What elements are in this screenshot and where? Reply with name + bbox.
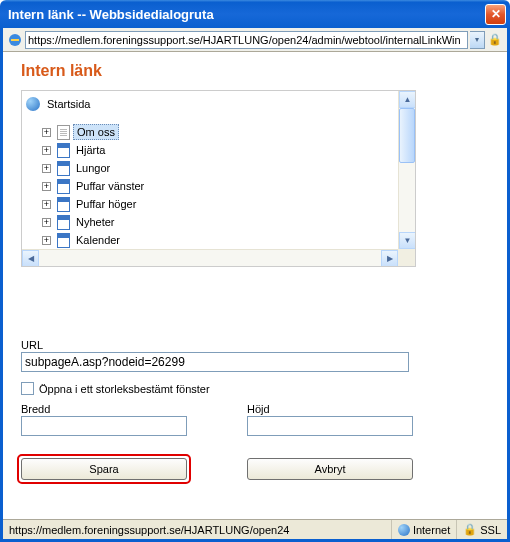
width-label: Bredd xyxy=(21,403,187,415)
lock-icon: 🔒 xyxy=(487,32,503,48)
tree-item-label: Kalender xyxy=(73,233,123,247)
page-blue-icon xyxy=(55,178,71,194)
tree-item[interactable]: +Hjärta xyxy=(42,141,398,159)
width-input[interactable] xyxy=(21,416,187,436)
ie-icon xyxy=(7,32,23,48)
globe-icon xyxy=(398,524,410,536)
page-icon xyxy=(55,124,71,140)
titlebar: Intern länk -- Webbsidedialogruta ✕ xyxy=(0,0,510,28)
form-area: URL Öppna i ett storleksbestämt fönster … xyxy=(21,339,489,480)
arrow-right-icon: ▶ xyxy=(387,254,393,263)
open-sized-label: Öppna i ett storleksbestämt fönster xyxy=(39,383,210,395)
tree-root-label: Startsida xyxy=(44,97,93,111)
expander-icon[interactable]: + xyxy=(42,236,51,245)
scroll-track-vertical[interactable] xyxy=(399,108,415,232)
scroll-right-button[interactable]: ▶ xyxy=(381,250,398,267)
tree-item[interactable]: +Puffar höger xyxy=(42,195,398,213)
page-blue-icon xyxy=(55,142,71,158)
url-label: URL xyxy=(21,339,489,351)
tree-pane: Startsida +Om oss+Hjärta+Lungor+Puffar v… xyxy=(21,90,416,267)
status-zone-text: Internet xyxy=(413,524,450,536)
expander-icon[interactable]: + xyxy=(42,200,51,209)
page-blue-icon xyxy=(55,160,71,176)
tree-item-label: Puffar vänster xyxy=(73,179,147,193)
status-ssl-text: SSL xyxy=(480,524,501,536)
height-label: Höjd xyxy=(247,403,413,415)
lock-icon: 🔒 xyxy=(463,523,477,536)
scroll-track-horizontal[interactable] xyxy=(39,250,381,266)
scroll-down-button[interactable]: ▼ xyxy=(399,232,416,249)
tree-item[interactable]: +Om oss xyxy=(42,123,398,141)
arrow-down-icon: ▼ xyxy=(404,236,412,245)
arrow-left-icon: ◀ xyxy=(28,254,34,263)
scroll-corner xyxy=(398,249,415,266)
button-row: Spara Avbryt xyxy=(21,458,489,480)
tree-item-label: Lungor xyxy=(73,161,113,175)
arrow-up-icon: ▲ xyxy=(404,95,412,104)
page-title: Intern länk xyxy=(21,62,489,80)
page-blue-icon xyxy=(55,214,71,230)
open-sized-checkbox[interactable] xyxy=(21,382,34,395)
tree-root[interactable]: Startsida xyxy=(26,95,398,113)
page-blue-icon xyxy=(55,196,71,212)
expander-icon[interactable]: + xyxy=(42,146,51,155)
page-blue-icon xyxy=(55,232,71,248)
url-input[interactable] xyxy=(21,352,409,372)
tree-item-label: Hjärta xyxy=(73,143,108,157)
tree-item[interactable]: +Puffar vänster xyxy=(42,177,398,195)
tree-item[interactable]: +Lungor xyxy=(42,159,398,177)
vertical-scrollbar[interactable]: ▲ ▼ xyxy=(398,91,415,249)
save-button[interactable]: Spara xyxy=(21,458,187,480)
window-title: Intern länk -- Webbsidedialogruta xyxy=(8,7,485,22)
tree-item[interactable]: +Nyheter xyxy=(42,213,398,231)
close-button[interactable]: ✕ xyxy=(485,4,506,25)
expander-icon[interactable]: + xyxy=(42,128,51,137)
dimensions-row: Bredd Höjd xyxy=(21,403,489,436)
scroll-up-button[interactable]: ▲ xyxy=(399,91,416,108)
horizontal-scrollbar[interactable]: ◀ ▶ xyxy=(22,249,398,266)
save-highlight: Spara xyxy=(21,458,187,480)
chevron-down-icon: ▾ xyxy=(475,35,479,44)
tree-item-label: Nyheter xyxy=(73,215,118,229)
close-icon: ✕ xyxy=(491,7,501,21)
address-dropdown-button[interactable]: ▾ xyxy=(470,31,485,49)
tree-item[interactable]: +Kalender xyxy=(42,231,398,249)
tree-item-label: Om oss xyxy=(73,124,119,140)
tree-body[interactable]: Startsida +Om oss+Hjärta+Lungor+Puffar v… xyxy=(22,91,398,249)
window-frame: ▾ 🔒 Intern länk Startsida +Om oss+Hjärta… xyxy=(0,28,510,542)
status-path-text: https://medlem.foreningssupport.se/HJART… xyxy=(9,524,289,536)
expander-icon[interactable]: + xyxy=(42,164,51,173)
expander-icon[interactable]: + xyxy=(42,218,51,227)
tree-item-label: Puffar höger xyxy=(73,197,139,211)
expander-icon[interactable]: + xyxy=(42,182,51,191)
open-sized-row[interactable]: Öppna i ett storleksbestämt fönster xyxy=(21,382,489,395)
address-input[interactable] xyxy=(25,31,468,49)
scroll-left-button[interactable]: ◀ xyxy=(22,250,39,267)
status-zone: Internet xyxy=(392,520,457,539)
scroll-thumb-vertical[interactable] xyxy=(399,108,415,163)
status-ssl: 🔒 SSL xyxy=(457,520,507,539)
address-bar: ▾ 🔒 xyxy=(3,28,507,52)
cancel-button[interactable]: Avbryt xyxy=(247,458,413,480)
height-input[interactable] xyxy=(247,416,413,436)
globe-icon xyxy=(26,97,40,111)
status-path: https://medlem.foreningssupport.se/HJART… xyxy=(3,520,392,539)
dialog-content: Intern länk Startsida +Om oss+Hjärta+Lun… xyxy=(3,52,507,480)
status-bar: https://medlem.foreningssupport.se/HJART… xyxy=(3,519,507,539)
